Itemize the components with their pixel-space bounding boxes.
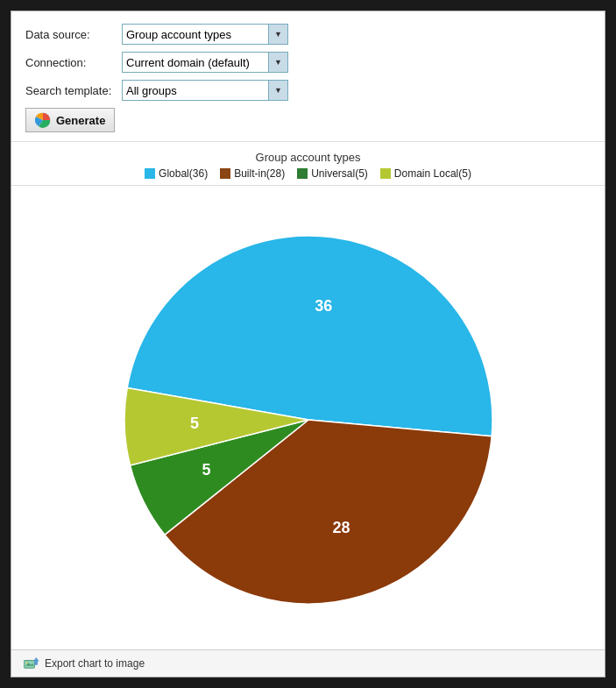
main-window: Data source: Group account types Connect… — [11, 11, 605, 677]
connection-select[interactable]: Current domain (default) — [123, 56, 268, 69]
footer: Export chart to image — [11, 649, 605, 677]
legend-color-swatch — [145, 168, 155, 179]
search-template-row: Search template: All groups — [25, 80, 591, 101]
generate-icon — [35, 112, 51, 128]
generate-label: Generate — [56, 114, 105, 127]
legend-color-swatch — [380, 168, 391, 179]
pie-label-1: 28 — [332, 519, 350, 536]
legend-item-label: Universal(5) — [311, 167, 368, 180]
pie-label-3: 5 — [189, 414, 198, 431]
connection-row: Connection: Current domain (default) — [25, 52, 591, 73]
data-source-select[interactable]: Group account types — [123, 28, 268, 41]
legend-item: Universal(5) — [297, 167, 368, 180]
pie-chart: 362855 — [107, 218, 510, 621]
search-template-select-wrap[interactable]: All groups — [122, 80, 288, 101]
connection-select-wrap[interactable]: Current domain (default) — [122, 52, 288, 73]
chart-title: Group account types — [256, 151, 361, 164]
pie-label-2: 5 — [202, 460, 210, 478]
export-label[interactable]: Export chart to image — [45, 657, 145, 670]
legend-item: Domain Local(5) — [380, 167, 471, 180]
data-source-label: Data source: — [25, 28, 122, 41]
export-icon — [24, 657, 39, 670]
chart-svg-area: 362855 — [11, 189, 605, 649]
chart-divider — [11, 185, 605, 186]
chart-area: Group account types Global(36)Built-in(2… — [11, 142, 605, 649]
connection-label: Connection: — [25, 56, 122, 69]
legend-item-label: Global(36) — [159, 167, 208, 180]
data-source-select-wrap[interactable]: Group account types — [122, 24, 288, 45]
data-source-arrow[interactable] — [268, 25, 287, 44]
search-template-label: Search template: — [25, 84, 122, 97]
search-template-select[interactable]: All groups — [123, 84, 268, 97]
connection-arrow[interactable] — [268, 53, 287, 72]
legend-item-label: Built-in(28) — [234, 167, 285, 180]
chart-legend: Global(36)Built-in(28)Universal(5)Domain… — [136, 167, 480, 180]
search-template-arrow[interactable] — [268, 81, 287, 100]
legend-color-swatch — [220, 168, 230, 179]
data-source-row: Data source: Group account types — [25, 24, 591, 45]
legend-color-swatch — [297, 168, 308, 179]
legend-item: Global(36) — [145, 167, 208, 180]
legend-item: Built-in(28) — [220, 167, 285, 180]
legend-item-label: Domain Local(5) — [394, 167, 471, 180]
svg-point-4 — [26, 663, 28, 664]
form-area: Data source: Group account types Connect… — [11, 11, 605, 142]
generate-button[interactable]: Generate — [25, 108, 115, 132]
pie-label-0: 36 — [315, 296, 332, 314]
